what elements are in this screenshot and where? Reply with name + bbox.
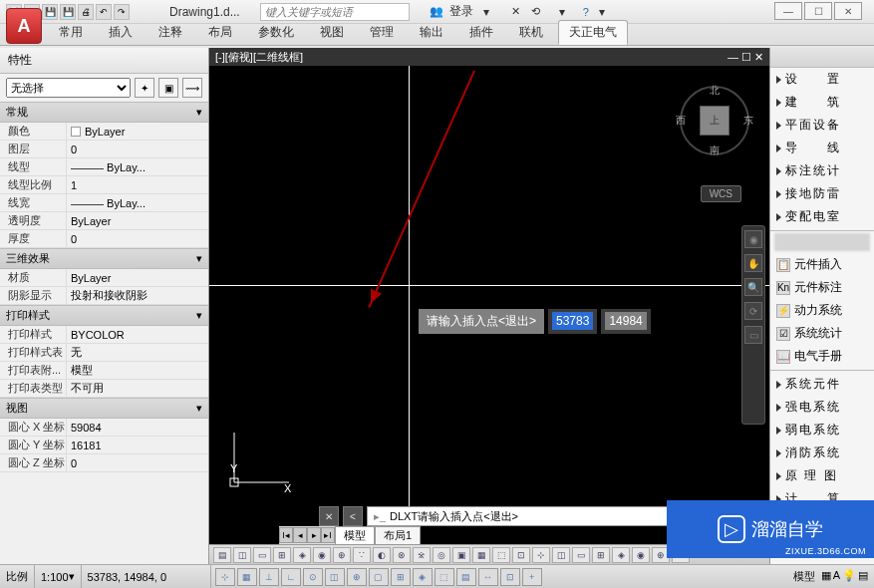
draw-tool-20[interactable]: ◈ xyxy=(612,547,630,563)
status-toggle-6[interactable]: ⊕ xyxy=(347,568,367,586)
property-value[interactable]: 投射和接收阴影 xyxy=(66,287,208,304)
draw-tool-19[interactable]: ⊞ xyxy=(592,547,610,563)
dynamic-y-input[interactable]: 14984 xyxy=(601,309,650,334)
status-model-button[interactable]: 模型 xyxy=(789,569,819,584)
property-group-header[interactable]: 常规▾ xyxy=(0,102,208,123)
property-row[interactable]: 图层0 xyxy=(0,141,208,158)
side-item-g2-0[interactable]: 📋元件插入 xyxy=(770,253,874,276)
cmd-close-icon[interactable]: ✕ xyxy=(319,506,339,526)
property-row[interactable]: 打印样式表无 xyxy=(0,344,208,362)
wcs-badge[interactable]: WCS xyxy=(701,185,741,202)
property-value[interactable]: ByLayer xyxy=(66,123,208,140)
property-row[interactable]: 线型——— ByLay... xyxy=(0,158,208,176)
ribbon-tab-plugins[interactable]: 插件 xyxy=(458,20,504,45)
qat-undo-icon[interactable]: ↶ xyxy=(96,4,112,20)
side-item-g1-5[interactable]: 接地防雷 xyxy=(770,182,874,205)
nav-zoom-icon[interactable]: 🔍 xyxy=(744,278,762,296)
ribbon-tab-output[interactable]: 输出 xyxy=(409,20,454,45)
maximize-button[interactable]: ☐ xyxy=(804,2,832,20)
ribbon-tab-annotate[interactable]: 注释 xyxy=(147,20,193,45)
select-objects-icon[interactable]: ▣ xyxy=(158,78,178,98)
help-icon[interactable]: ? xyxy=(579,5,593,19)
property-group-header[interactable]: 打印样式▾ xyxy=(0,305,208,326)
side-item-g2-1[interactable]: Kn元件标注 xyxy=(770,276,874,299)
draw-tool-7[interactable]: ∵ xyxy=(353,547,371,563)
side-item-g1-6[interactable]: 变配电室 xyxy=(770,205,874,228)
draw-tool-17[interactable]: ◫ xyxy=(552,547,570,563)
side-item-g1-1[interactable]: 建 筑 xyxy=(770,91,874,114)
nav-wheel-icon[interactable]: ◉ xyxy=(744,230,762,248)
qat-saveas-icon[interactable]: 💾 xyxy=(60,4,76,20)
side-item-g3-4[interactable]: 原 理 图 xyxy=(770,464,874,487)
side-item-g1-4[interactable]: 标注统计 xyxy=(770,159,874,182)
property-value[interactable]: 无 xyxy=(66,344,208,361)
draw-tool-15[interactable]: ⊡ xyxy=(512,547,530,563)
property-value[interactable]: 0 xyxy=(66,230,208,247)
status-a-icon[interactable]: A xyxy=(833,569,840,584)
ribbon-tab-online[interactable]: 联机 xyxy=(508,20,554,45)
layout-next-icon[interactable]: ▸ xyxy=(307,527,321,543)
draw-tool-0[interactable]: ▤ xyxy=(213,547,231,563)
property-row[interactable]: 打印表类型不可用 xyxy=(0,380,208,398)
property-value[interactable]: ByLayer xyxy=(66,269,208,286)
property-row[interactable]: 线宽——— ByLay... xyxy=(0,194,208,212)
status-toggle-0[interactable]: ⊹ xyxy=(215,568,235,586)
viewcube-face[interactable]: 上 xyxy=(700,106,729,136)
draw-tool-18[interactable]: ▭ xyxy=(572,547,590,563)
status-toggle-14[interactable]: + xyxy=(522,568,542,586)
draw-tool-8[interactable]: ◐ xyxy=(373,547,391,563)
status-scale2-icon[interactable]: ▤ xyxy=(858,569,868,584)
close-button[interactable]: ✕ xyxy=(834,2,862,20)
ribbon-tab-common[interactable]: 常用 xyxy=(48,20,94,45)
side-item-g1-0[interactable]: 设 置 xyxy=(770,68,874,91)
status-toggle-1[interactable]: ▦ xyxy=(237,568,257,586)
property-value[interactable]: 不可用 xyxy=(66,380,208,397)
property-row[interactable]: 打印样式BYCOLOR xyxy=(0,326,208,344)
dynamic-x-input[interactable]: 53783 xyxy=(548,309,597,334)
ribbon-tab-parametric[interactable]: 参数化 xyxy=(247,20,305,45)
layout-tab-layout1[interactable]: 布局1 xyxy=(375,526,421,545)
draw-tool-14[interactable]: ⬚ xyxy=(492,547,510,563)
status-toggle-5[interactable]: ◫ xyxy=(325,568,345,586)
layout-prev-icon[interactable]: ◂ xyxy=(293,527,307,543)
property-row[interactable]: 圆心 X 坐标59084 xyxy=(0,419,208,437)
property-row[interactable]: 线型比例1 xyxy=(0,176,208,194)
draw-tool-1[interactable]: ◫ xyxy=(233,547,251,563)
status-toggle-2[interactable]: ⊥ xyxy=(259,568,279,586)
draw-tool-12[interactable]: ▣ xyxy=(452,547,470,563)
side-item-g2-3[interactable]: ☑系统统计 xyxy=(770,322,874,345)
application-button[interactable]: A xyxy=(6,8,42,44)
side-item-g1-2[interactable]: 平面设备 xyxy=(770,114,874,137)
exchange-icon[interactable]: ✕ xyxy=(509,5,523,19)
status-toggle-13[interactable]: ⊡ xyxy=(500,568,520,586)
property-value[interactable]: 59084 xyxy=(66,419,208,436)
nav-pan-icon[interactable]: ✋ xyxy=(744,254,762,272)
draw-tool-16[interactable]: ⊹ xyxy=(532,547,550,563)
side-item-g2-4[interactable]: 📖电气手册 xyxy=(770,345,874,368)
arrow-icon[interactable]: ⟲ xyxy=(529,5,543,19)
draw-tool-4[interactable]: ◈ xyxy=(293,547,311,563)
status-toggle-12[interactable]: ↔ xyxy=(478,568,498,586)
property-row[interactable]: 圆心 Y 坐标16181 xyxy=(0,437,208,454)
search-input[interactable] xyxy=(260,3,410,21)
layout-last-icon[interactable]: ▸I xyxy=(321,527,335,543)
side-item-g3-2[interactable]: 弱电系统 xyxy=(770,419,874,441)
nav-orbit-icon[interactable]: ⟳ xyxy=(744,302,762,320)
property-group-header[interactable]: 视图▾ xyxy=(0,398,208,419)
property-value[interactable]: 模型 xyxy=(66,362,208,379)
qat-save-icon[interactable]: 💾 xyxy=(42,4,58,20)
layout-tab-model[interactable]: 模型 xyxy=(335,526,375,545)
draw-tool-21[interactable]: ◉ xyxy=(632,547,650,563)
viewcube[interactable]: 上 北 南 东 西 xyxy=(680,86,749,155)
status-toggle-4[interactable]: ⊙ xyxy=(303,568,323,586)
property-row[interactable]: 打印表附...模型 xyxy=(0,362,208,380)
property-value[interactable]: 0 xyxy=(66,454,208,471)
property-value[interactable]: 0 xyxy=(66,141,208,157)
property-row[interactable]: 透明度ByLayer xyxy=(0,212,208,230)
property-value[interactable]: BYCOLOR xyxy=(66,326,208,343)
property-value[interactable]: 16181 xyxy=(66,437,208,453)
side-item-g2-2[interactable]: ⚡动力系统 xyxy=(770,299,874,322)
property-row[interactable]: 阴影显示投射和接收阴影 xyxy=(0,287,208,305)
viewport-title-text[interactable]: [-][俯视][二维线框] xyxy=(215,50,303,65)
status-bulb-icon[interactable]: 💡 xyxy=(842,569,856,584)
